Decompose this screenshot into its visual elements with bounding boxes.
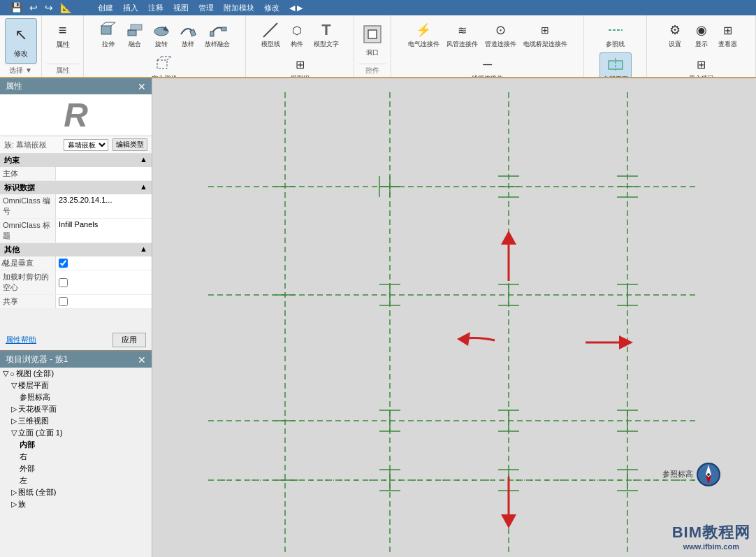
show-button[interactable]: ◉ 显示 [689, 18, 714, 51]
sweep-button[interactable]: 放样 [175, 18, 201, 51]
family-dropdown[interactable]: 幕墙嵌板 [64, 139, 108, 151]
views-label: 视图 (全部) [16, 368, 54, 379]
identification-section[interactable]: 标识数据 ▲ [0, 181, 152, 194]
menu-nav[interactable]: ◀ ▶ [285, 2, 307, 14]
share-row: 共享 [0, 295, 152, 309]
tree-exterior[interactable]: 外部 [0, 463, 152, 475]
tree-floor-plans[interactable]: ▽ 楼层平面 [0, 379, 152, 391]
ribbon-group-props: ≡ 属性 属性 [42, 15, 84, 77]
menu-view[interactable]: 视图 [169, 1, 193, 15]
menu-addins[interactable]: 附加模块 [219, 1, 259, 15]
cable-connector-button[interactable]: ⊞ 电缆桥架连接件 [521, 18, 570, 51]
load-project-button[interactable]: ⊞ 载入项目 [686, 52, 717, 78]
left-label: 左 [20, 475, 27, 486]
3d-expand: ▷ [11, 417, 17, 426]
apply-button[interactable]: 应用 [112, 333, 146, 347]
set-button[interactable]: ⚙ 设置 [662, 18, 688, 51]
always-vertical-val[interactable] [56, 256, 152, 270]
model-text-button[interactable]: T 模型文字 [311, 18, 342, 51]
tree-sheets[interactable]: ▷ 图纸 (全部) [0, 486, 152, 498]
extrude-button[interactable]: 拉伸 [96, 18, 121, 51]
measure-btn[interactable]: 📐 [58, 1, 74, 14]
ref-level-text: 参照标高 [662, 470, 693, 478]
svg-marker-79 [501, 514, 516, 528]
menu-modify[interactable]: 修改 [260, 1, 284, 15]
tree-3d-views[interactable]: ▷ 三维视图 [0, 415, 152, 427]
other-section[interactable]: 其他 ▲ [0, 243, 152, 256]
revolve-icon [152, 20, 171, 40]
menu-manage[interactable]: 管理 [194, 1, 218, 15]
share-val[interactable] [56, 295, 152, 308]
exterior-label: 外部 [20, 463, 35, 474]
omniclass-tag-val: Infill Panels [56, 219, 152, 243]
always-vertical-checkbox[interactable] [59, 259, 68, 268]
model-line-button[interactable]: 模型线 [258, 18, 283, 51]
load-cut-checkbox[interactable] [59, 278, 68, 287]
ref-plane-button[interactable]: 参照平面 [599, 52, 632, 78]
menu-insert[interactable]: 插入 [119, 1, 143, 15]
svg-rect-9 [210, 31, 214, 36]
edit-type-button[interactable]: 编辑类型 [112, 138, 147, 151]
other-grid: 总是垂直 加载时剪切的空心 共享 [0, 256, 152, 309]
load-cut-val[interactable] [56, 270, 152, 294]
browser-close[interactable]: ✕ [138, 354, 146, 366]
model-group-button[interactable]: ⊞ 模型组 [287, 52, 312, 78]
opening-icon [360, 20, 385, 48]
ceiling-label: 天花板平面 [18, 404, 57, 414]
ribbon-group-connectors: ⚡ 电气连接件 ≋ 风管连接件 ⊙ 管道连接件 ⊞ 电缆桥架连接件 ─ 线管连接… [391, 15, 584, 77]
modify-button[interactable]: ↖ 修改 [5, 18, 37, 64]
tree-families[interactable]: ▷ 族 [0, 498, 152, 510]
elev-label: 立面 (立面 1) [18, 428, 63, 438]
pipe-icon: ⊙ [490, 20, 510, 40]
pipe-connector-button[interactable]: ⊙ 管道连接件 [482, 18, 519, 51]
properties-close[interactable]: ✕ [138, 81, 146, 92]
properties-button[interactable]: ≡ 属性 [50, 18, 75, 64]
sweep-blend-button[interactable]: 放样融合 [202, 18, 233, 51]
viewer-button[interactable]: ⊞ 查看器 [715, 18, 741, 51]
right-label: 右 [20, 451, 27, 462]
left-panel: 属性 ✕ R 族: 幕墙嵌板 幕墙嵌板 [0, 78, 152, 557]
tree-ceiling-plans[interactable]: ▷ 天花板平面 [0, 403, 152, 415]
views-icon: ○ [10, 370, 15, 378]
ribbon-group-controls: 洞口 控件 [354, 15, 391, 77]
tree-content: ▽ ○ 视图 (全部) ▽ 楼层平面 参照标高 ▷ 天花板平面 ▷ 三维视图 [0, 368, 152, 557]
tree-right[interactable]: 右 [0, 451, 152, 463]
sweep-blend-icon [208, 20, 227, 40]
tree-ref-level[interactable]: 参照标高 [0, 391, 152, 403]
constraint-section[interactable]: 约束 ▲ [0, 154, 152, 167]
floor-expand: ▽ [11, 381, 17, 390]
electrical-connector-button[interactable]: ⚡ 电气连接件 [405, 18, 442, 51]
tree-elevations[interactable]: ▽ 立面 (立面 1) [0, 427, 152, 439]
canvas-area[interactable]: 参照标高 BIM教程网 www.ifbim.com [152, 78, 756, 557]
tree-left[interactable]: 左 [0, 475, 152, 486]
conduit-connector-button[interactable]: ─ 线管连接件 [469, 52, 506, 78]
component-button[interactable]: ⬡ 构件 [284, 18, 310, 51]
sheets-expand: ▷ [11, 488, 17, 497]
share-checkbox[interactable] [59, 297, 68, 306]
redo-btn[interactable]: ↪ [43, 1, 55, 14]
duct-connector-button[interactable]: ≋ 风管连接件 [444, 18, 481, 51]
ribbon-group-datum: 参照线 参照平面 基准 [584, 15, 647, 77]
grid-lines: 参照标高 [152, 78, 756, 557]
omniclass-tag-key: OmniClass 标题 [0, 219, 56, 243]
save-btn[interactable]: 💾 [8, 1, 24, 14]
blend-button[interactable]: 融合 [122, 18, 147, 51]
revolve-button[interactable]: 旋转 [149, 18, 174, 51]
tree-views[interactable]: ▽ ○ 视图 (全部) [0, 368, 152, 379]
menu-create[interactable]: 创建 [94, 1, 117, 15]
watermark-line1: BIM教程网 [672, 523, 750, 542]
undo-btn[interactable]: ↩ [27, 1, 40, 14]
set-icon: ⚙ [665, 20, 685, 40]
void-button[interactable]: 空心形状 [149, 52, 180, 78]
menu-annotate[interactable]: 注释 [144, 1, 168, 15]
opening-button[interactable]: 洞口 [357, 18, 388, 64]
ribbon-buttons-controls: 洞口 [357, 18, 388, 64]
interior-label: 内部 [20, 440, 35, 450]
elev-expand: ▽ [11, 428, 17, 437]
ref-line-button[interactable]: 参照线 [603, 18, 628, 51]
load-cut-key: 加载时剪切的空心 [0, 270, 56, 294]
browser-title: 项目浏览器 - 族1 [6, 354, 68, 366]
help-link[interactable]: 属性帮助 [6, 335, 36, 345]
properties-title: 属性 [6, 80, 22, 92]
tree-interior[interactable]: 内部 [0, 439, 152, 451]
